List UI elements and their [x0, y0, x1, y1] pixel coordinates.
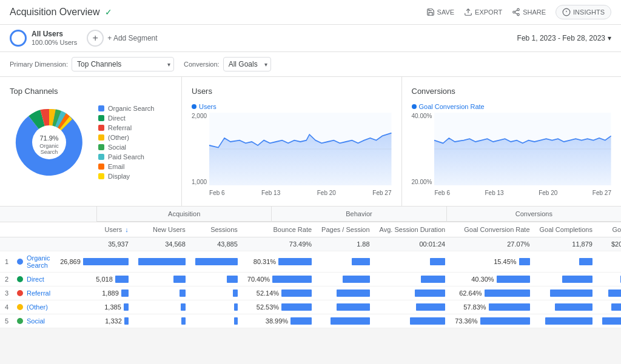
- new-users-cell-organic: [133, 251, 190, 273]
- pages-bar-organic: [352, 258, 370, 265]
- verified-icon: ✓: [105, 7, 112, 17]
- legend-organic-search: Organic Search: [98, 105, 154, 112]
- conversions-dot: [412, 104, 417, 109]
- save-button[interactable]: SAVE: [426, 8, 455, 16]
- users-y-axis: 2,000 1,000: [192, 113, 207, 196]
- users-bar-referral: [121, 290, 129, 297]
- channel-link-organic[interactable]: Organic Search: [27, 254, 50, 269]
- charts-section: Top Channels 71.9%: [0, 77, 621, 207]
- legend-social: Social: [98, 144, 154, 151]
- insights-icon: [562, 8, 571, 16]
- table-wrapper: Users ↓ New Users Sessions Bounce Rate P…: [0, 222, 621, 328]
- th-new-users[interactable]: New Users: [133, 222, 190, 237]
- channel-link-referral[interactable]: Referral: [27, 290, 50, 297]
- duration-bar-organic: [430, 258, 445, 265]
- legend-paid-search: Paid Search: [98, 153, 154, 160]
- legend-other: (Other): [98, 134, 154, 141]
- completions-bar-social: [545, 317, 592, 325]
- th-goal-completions[interactable]: Goal Completions: [535, 222, 597, 237]
- svg-point-1: [517, 8, 520, 10]
- totals-row: 35,937 34,568 43,885 73.49% 1.88 00:01:2…: [0, 237, 621, 251]
- dimension-select[interactable]: Top Channels Default Channel Grouping: [72, 57, 174, 71]
- insights-button[interactable]: INSIGHTS: [556, 5, 611, 19]
- channel-group-spacer: [0, 207, 97, 222]
- table-row: 3 Referral 1,889: [0, 286, 621, 300]
- conversions-chart-area: 40.00% 20.00% Feb 6: [412, 113, 612, 196]
- header-actions: SAVE EXPORT SHARE INSIGHTS: [426, 5, 611, 19]
- bounce-bar-direct: [272, 276, 312, 283]
- sessions-cell-referral: [190, 286, 243, 300]
- total-sessions: 43,885: [190, 237, 243, 251]
- bounce-cell-organic: 80.31%: [243, 251, 317, 273]
- segment-text: All Users 100.00% Users: [32, 30, 77, 47]
- conversion-select[interactable]: All Goals Goal 1: [223, 57, 271, 71]
- th-users[interactable]: Users ↓: [55, 222, 133, 237]
- new-users-cell-direct: [133, 273, 190, 286]
- sessions-cell-social: [190, 314, 243, 328]
- conversions-chart-title: Conversions: [412, 87, 612, 96]
- legend-dot: [98, 105, 104, 111]
- conversions-chart-panel: Conversions Goal Conversion Rate 40.00% …: [402, 77, 622, 206]
- new-users-cell-social: [133, 314, 190, 328]
- total-bounce: 73.49%: [243, 237, 317, 251]
- value-bar-referral: [608, 290, 621, 297]
- channel-link-direct[interactable]: Direct: [27, 276, 44, 283]
- channel-cell-other: 4 (Other): [0, 300, 55, 314]
- table-row: 5 Social 1,332: [0, 314, 621, 328]
- pages-cell-organic: [317, 251, 375, 273]
- new-users-bar-other: [181, 303, 186, 311]
- goal-conv-cell-referral: 62.64%: [450, 286, 534, 300]
- total-users: 35,937: [55, 237, 133, 251]
- th-sessions[interactable]: Sessions: [190, 222, 243, 237]
- new-users-bar-referral: [180, 290, 186, 297]
- segment-item-all-users[interactable]: All Users 100.00% Users: [10, 30, 77, 47]
- pie-legend: Organic Search Direct Referral (Other) S…: [98, 105, 154, 180]
- channel-link-other[interactable]: (Other): [27, 303, 48, 311]
- th-avg-duration[interactable]: Avg. Session Duration: [375, 222, 451, 237]
- bounce-bar-organic: [278, 258, 312, 265]
- completions-cell-other: [535, 300, 597, 314]
- svg-point-3: [517, 13, 520, 16]
- th-pages-session[interactable]: Pages / Session: [317, 222, 375, 237]
- total-label: [0, 237, 55, 251]
- share-button[interactable]: SHARE: [512, 8, 546, 16]
- users-metric-label: Users: [192, 103, 392, 110]
- legend-email: Email: [98, 163, 154, 170]
- sessions-bar-other: [234, 303, 238, 311]
- conversions-x-labels: Feb 6 Feb 13 Feb 20 Feb 27: [434, 190, 611, 196]
- export-button[interactable]: EXPORT: [464, 8, 502, 16]
- users-chart-area: 2,000 1,000 Feb 6: [192, 113, 392, 196]
- new-users-cell-other: [133, 300, 190, 314]
- th-goal-value[interactable]: Goal Value: [597, 222, 621, 237]
- goal-bar-direct: [497, 276, 530, 283]
- users-cell-direct: 5,018: [55, 273, 133, 286]
- duration-cell-referral: [375, 286, 451, 300]
- date-range-selector[interactable]: Feb 1, 2023 - Feb 28, 2023 ▾: [517, 34, 611, 42]
- th-channel[interactable]: [0, 222, 55, 237]
- segment-left: All Users 100.00% Users + + Add Segment: [10, 30, 158, 47]
- segment-circle: [10, 30, 27, 47]
- data-table: Users ↓ New Users Sessions Bounce Rate P…: [0, 222, 621, 328]
- value-bar-other: [611, 303, 621, 311]
- value-cell-social: [597, 314, 621, 328]
- duration-cell-organic: [375, 251, 451, 273]
- channel-link-social[interactable]: Social: [27, 317, 45, 325]
- new-users-bar-organic: [138, 258, 186, 265]
- value-cell-direct: [597, 273, 621, 286]
- duration-bar-referral: [415, 290, 445, 297]
- completions-cell-direct: [535, 273, 597, 286]
- page-header: Acquisition Overview ✓ SAVE EXPORT SHARE…: [0, 0, 621, 25]
- total-goal-conv: 27.07%: [450, 237, 534, 251]
- legend-dot: [98, 134, 104, 141]
- duration-cell-social: [375, 314, 451, 328]
- users-bar-social: [124, 317, 129, 325]
- segment-bar: All Users 100.00% Users + + Add Segment …: [0, 25, 621, 52]
- dimension-select-wrapper: Top Channels Default Channel Grouping: [72, 57, 174, 71]
- th-goal-conversion[interactable]: Goal Conversion Rate: [450, 222, 534, 237]
- legend-referral: Referral: [98, 124, 154, 131]
- completions-bar-other: [555, 303, 592, 311]
- add-segment-button[interactable]: + + Add Segment: [87, 30, 157, 47]
- th-bounce-rate[interactable]: Bounce Rate: [243, 222, 317, 237]
- users-chart-title: Users: [192, 87, 392, 96]
- goal-bar-social: [480, 317, 530, 325]
